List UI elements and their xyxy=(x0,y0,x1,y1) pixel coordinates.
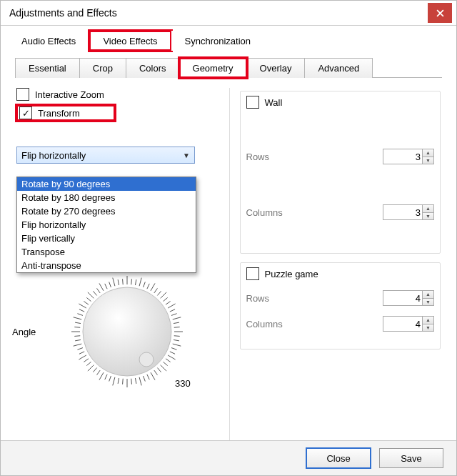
puzzle-rows-spinner[interactable]: 4 ▲▼ xyxy=(383,290,434,306)
svg-line-36 xyxy=(144,376,146,382)
svg-line-57 xyxy=(74,336,80,337)
svg-line-5 xyxy=(131,279,132,284)
svg-line-6 xyxy=(135,279,136,285)
svg-line-49 xyxy=(88,365,94,371)
tab-audio-effects[interactable]: Audio Effects xyxy=(8,31,89,51)
svg-line-44 xyxy=(109,376,111,382)
svg-line-53 xyxy=(79,352,84,354)
puzzle-cols-spinner[interactable]: 4 ▲▼ xyxy=(383,316,434,332)
svg-line-29 xyxy=(166,359,171,362)
svg-line-60 xyxy=(75,322,81,323)
svg-line-56 xyxy=(75,339,81,340)
tab-video-effects[interactable]: Video Effects xyxy=(89,31,171,51)
transform-option[interactable]: Rotate by 90 degrees xyxy=(17,177,196,191)
interactive-zoom-checkbox[interactable] xyxy=(16,88,29,101)
puzzle-cols-value: 4 xyxy=(416,319,421,329)
svg-line-27 xyxy=(170,352,175,354)
svg-line-64 xyxy=(79,304,86,308)
wall-rows-spinner[interactable]: 3 ▲▼ xyxy=(383,149,434,164)
transform-option[interactable]: Anti-transpose xyxy=(17,259,196,272)
titlebar: Adjustments and Effects xyxy=(1,1,456,26)
transform-option[interactable]: Flip horizontally xyxy=(17,218,196,232)
angle-label: Angle xyxy=(12,327,36,337)
transform-combobox[interactable]: Flip horizontally ▼ xyxy=(16,147,195,164)
puzzle-rows-value: 4 xyxy=(416,293,421,304)
svg-line-16 xyxy=(168,304,175,308)
svg-line-66 xyxy=(86,297,91,301)
transform-option[interactable]: Rotate by 270 degrees xyxy=(17,204,196,218)
adjustments-window: Adjustments and Effects Audio Effects Vi… xyxy=(0,0,457,476)
angle-tick-330: 330 xyxy=(175,378,191,389)
interactive-zoom-row[interactable]: Interactive Zoom xyxy=(16,88,218,101)
transform-row[interactable]: Transform xyxy=(16,105,115,121)
transform-option[interactable]: Transpose xyxy=(17,245,196,259)
tab-synchronization[interactable]: Synchronization xyxy=(171,31,265,51)
transform-option[interactable]: Rotate by 180 degrees xyxy=(17,191,196,204)
tab-crop[interactable]: Crop xyxy=(79,58,126,78)
svg-line-25 xyxy=(173,344,181,346)
svg-line-51 xyxy=(84,359,89,362)
tab-geometry[interactable]: Geometry xyxy=(179,58,247,78)
spin-down-icon[interactable]: ▼ xyxy=(422,213,433,220)
spin-up-icon[interactable]: ▲ xyxy=(422,291,433,299)
spin-down-icon[interactable]: ▼ xyxy=(422,299,433,306)
dialog-footer: Close Save xyxy=(1,440,456,475)
wall-cols-spinner[interactable]: 3 ▲▼ xyxy=(383,204,434,220)
transform-checkbox[interactable] xyxy=(19,106,32,119)
puzzle-rows-label: Rows xyxy=(246,293,270,304)
svg-line-42 xyxy=(118,378,119,384)
wall-label: Wall xyxy=(265,97,283,108)
tab-colors[interactable]: Colors xyxy=(126,58,180,78)
spin-up-icon[interactable]: ▲ xyxy=(422,317,433,324)
svg-line-8 xyxy=(144,282,146,287)
puzzle-checkbox[interactable] xyxy=(246,267,259,280)
svg-line-21 xyxy=(174,327,180,328)
svg-line-19 xyxy=(173,317,181,319)
puzzle-group: Puzzle game Rows 4 ▲▼ Columns 4 ▲▼ xyxy=(240,262,441,349)
transform-option[interactable]: Flip vertically xyxy=(17,232,196,245)
wall-rows-label: Rows xyxy=(246,152,270,162)
close-button[interactable]: Close xyxy=(306,448,371,468)
wall-checkbox[interactable] xyxy=(246,96,259,109)
save-button[interactable]: Save xyxy=(379,448,443,468)
svg-line-39 xyxy=(131,379,132,385)
svg-line-68 xyxy=(93,291,96,295)
tab-essential[interactable]: Essential xyxy=(15,58,80,78)
svg-point-3 xyxy=(139,352,154,367)
svg-line-18 xyxy=(171,314,177,316)
svg-line-31 xyxy=(161,365,166,371)
spin-down-icon[interactable]: ▼ xyxy=(422,324,433,332)
svg-point-2 xyxy=(83,287,171,376)
svg-line-67 xyxy=(88,292,94,298)
svg-line-14 xyxy=(164,297,168,301)
puzzle-cols-label: Columns xyxy=(246,319,283,329)
svg-line-75 xyxy=(123,279,124,284)
interactive-zoom-label: Interactive Zoom xyxy=(35,89,104,100)
svg-line-43 xyxy=(113,377,115,386)
window-close-button[interactable] xyxy=(428,3,452,23)
svg-line-45 xyxy=(105,375,107,380)
svg-line-59 xyxy=(74,327,80,328)
svg-line-35 xyxy=(147,375,149,380)
spin-up-icon[interactable]: ▲ xyxy=(422,205,433,213)
wall-cols-label: Columns xyxy=(246,207,283,218)
wall-rows-value: 3 xyxy=(416,152,421,162)
svg-line-17 xyxy=(170,309,175,312)
svg-line-61 xyxy=(74,317,82,319)
window-title: Adjustments and Effects xyxy=(9,7,117,19)
svg-line-9 xyxy=(147,284,149,289)
svg-line-41 xyxy=(123,379,124,385)
puzzle-label: Puzzle game xyxy=(265,269,318,279)
geometry-panel: Interactive Zoom Transform Flip horizont… xyxy=(1,78,456,440)
svg-line-47 xyxy=(97,370,101,375)
svg-line-32 xyxy=(157,368,161,372)
spin-up-icon[interactable]: ▲ xyxy=(422,149,433,157)
wall-group: Wall Rows 3 ▲▼ Columns 3 ▲▼ xyxy=(240,91,441,254)
angle-dial[interactable] xyxy=(66,271,188,392)
spin-down-icon[interactable]: ▼ xyxy=(422,157,433,164)
tab-overlay[interactable]: Overlay xyxy=(246,58,306,78)
svg-line-23 xyxy=(174,336,180,337)
svg-line-28 xyxy=(168,355,175,360)
tab-advanced[interactable]: Advanced xyxy=(304,58,373,78)
svg-line-62 xyxy=(77,314,83,316)
